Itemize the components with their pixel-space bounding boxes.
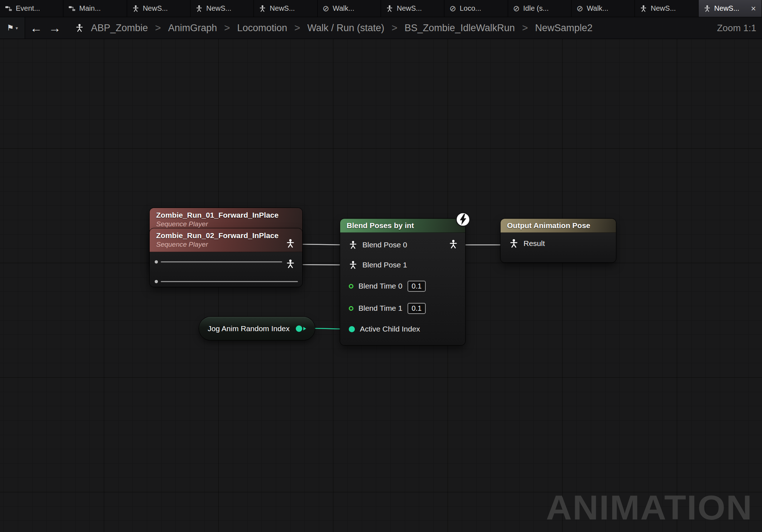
- blendspace-icon: ⊘: [323, 5, 329, 13]
- tab-label: Idle (s...: [523, 4, 549, 13]
- pose-output-pin[interactable]: [286, 259, 295, 269]
- breadcrumb-separator: >: [224, 22, 230, 34]
- slider-track: [161, 261, 282, 262]
- tab-newsave-4[interactable]: NewS...: [381, 0, 444, 17]
- node-title: Output Animation Pose: [507, 221, 609, 230]
- event-graph-icon: [5, 5, 12, 12]
- blendspace-icon: ⊘: [449, 5, 456, 13]
- tab-walk-blendspace-1[interactable]: ⊘ Walk...: [318, 0, 381, 17]
- pose-input-pin[interactable]: [349, 241, 357, 249]
- node-subtitle: Sequence Player: [156, 241, 296, 248]
- tab-walk-blendspace-2[interactable]: ⊘ Walk...: [572, 0, 635, 17]
- pin-label: Blend Time 0: [358, 282, 402, 290]
- slider-track: [161, 281, 298, 282]
- tab-newsave-1[interactable]: NewS...: [127, 0, 190, 17]
- tab-label: Event...: [16, 4, 40, 13]
- anim-person-icon: [132, 5, 139, 12]
- anim-person-icon: [196, 5, 203, 12]
- animation-watermark: ANIMATION: [546, 490, 753, 525]
- tab-newsave-3[interactable]: NewS...: [254, 0, 317, 17]
- breadcrumb-item-walk-run-state[interactable]: Walk / Run (state): [307, 23, 384, 34]
- pose-input-pin[interactable]: [349, 261, 357, 269]
- blend-time-1-value-field[interactable]: 0.1: [407, 303, 426, 314]
- node-title: Blend Poses by int: [347, 221, 459, 230]
- playback-progress-slider[interactable]: [155, 260, 282, 263]
- anim-person-icon: [704, 5, 711, 12]
- breadcrumb-item-abp-zombie[interactable]: ABP_Zombie: [91, 23, 148, 34]
- int-pin-dot: [296, 325, 302, 332]
- breadcrumb-item-locomotion[interactable]: Locomotion: [237, 23, 287, 34]
- result-row: Result: [509, 239, 545, 248]
- slider-handle[interactable]: [155, 280, 158, 283]
- tab-event-graph[interactable]: Event...: [0, 0, 63, 17]
- tab-label: NewS...: [206, 4, 231, 13]
- node-title: Jog Anim Random Index: [208, 324, 290, 333]
- tab-label: Walk...: [333, 4, 354, 13]
- fast-path-lightning-icon: [455, 212, 471, 227]
- jog-anim-random-index-node[interactable]: Jog Anim Random Index: [199, 317, 315, 340]
- float-input-pin[interactable]: [349, 306, 353, 311]
- blend-time-0-row: Blend Time 0 0.1: [349, 280, 426, 292]
- pose-output-pin[interactable]: [449, 240, 458, 249]
- blendspace-icon: ⊘: [577, 5, 583, 13]
- tab-newsave-5[interactable]: NewS...: [635, 0, 698, 17]
- node-header: Blend Poses by int: [340, 219, 465, 233]
- pose-input-pin[interactable]: [509, 239, 519, 248]
- tab-newsample2-active[interactable]: NewS... ×: [699, 0, 762, 17]
- tab-close-icon[interactable]: ×: [750, 4, 757, 13]
- pin-label: Blend Time 1: [358, 304, 402, 313]
- anim-person-icon: [640, 5, 647, 12]
- pose-output-pin[interactable]: [286, 239, 295, 248]
- event-graph-icon: [68, 5, 76, 12]
- slider-handle[interactable]: [155, 260, 158, 263]
- tab-newsave-2[interactable]: NewS...: [190, 0, 254, 17]
- blend-time-0-value-field[interactable]: 0.1: [407, 281, 426, 292]
- zoom-level-label: Zoom 1:1: [717, 23, 756, 34]
- playback-progress-slider[interactable]: [155, 280, 298, 283]
- breadcrumb-item-animgraph[interactable]: AnimGraph: [168, 23, 217, 34]
- pin-label: Active Child Index: [360, 325, 420, 333]
- blend-time-1-row: Blend Time 1 0.1: [349, 302, 426, 314]
- int-input-pin[interactable]: [349, 326, 355, 332]
- node-header: Output Animation Pose: [501, 219, 616, 233]
- tab-label: Main...: [79, 4, 101, 13]
- sequence-player-stack[interactable]: Zombie_Run_01_Forward_InPlace Sequence P…: [150, 208, 302, 287]
- breadcrumb-item-newsample2[interactable]: NewSample2: [535, 23, 593, 34]
- breadcrumb-separator: >: [294, 22, 300, 34]
- pin-label: Result: [524, 239, 545, 248]
- bookmark-icon: ⚑: [7, 23, 14, 33]
- int-output-pin[interactable]: [296, 325, 306, 332]
- blend-pose-0-row: Blend Pose 0: [349, 239, 407, 251]
- node-title: Zombie_Run_01_Forward_InPlace: [156, 211, 296, 219]
- sequence-player-node-front[interactable]: Zombie_Run_02_Forward_InPlace Sequence P…: [150, 228, 302, 287]
- pin-arrow-icon: [303, 327, 306, 330]
- breadcrumb-item-bs-zombie-idlewalkrun[interactable]: BS_Zombie_IdleWalkRun: [405, 23, 515, 34]
- output-animation-pose-node[interactable]: Output Animation Pose Result: [501, 219, 616, 262]
- forward-button[interactable]: →: [49, 22, 61, 34]
- node-subtitle: Sequence Player: [156, 220, 296, 228]
- back-button[interactable]: ←: [30, 22, 42, 34]
- blend-poses-by-int-node[interactable]: Blend Poses by int Blend Pose 0 Blend Po…: [340, 219, 465, 345]
- document-tab-bar: Event... Main... NewS... NewS... NewS...…: [0, 0, 762, 17]
- breadcrumb-separator: >: [391, 22, 397, 34]
- anim-person-icon: [259, 5, 266, 12]
- tab-label: NewS...: [651, 4, 676, 13]
- breadcrumb-separator: >: [522, 22, 528, 34]
- tab-label: Walk...: [587, 4, 608, 13]
- tab-idle-state[interactable]: ⊘ Idle (s...: [508, 0, 572, 17]
- tab-label: NewS...: [143, 4, 168, 13]
- float-input-pin[interactable]: [349, 284, 353, 289]
- tab-label: NewS...: [270, 4, 295, 13]
- breadcrumb-bar: ⚑ ▾ ← → ABP_Zombie > AnimGraph > Locomot…: [0, 17, 762, 39]
- tab-label: Loco...: [460, 4, 481, 13]
- animation-blueprint-editor: Event... Main... NewS... NewS... NewS...…: [0, 0, 762, 532]
- active-child-index-row: Active Child Index: [349, 323, 420, 335]
- tab-label: NewS...: [397, 4, 422, 13]
- bookmark-dropdown[interactable]: ⚑ ▾: [0, 17, 25, 39]
- breadcrumb-separator: >: [155, 22, 161, 34]
- node-title: Zombie_Run_02_Forward_InPlace: [156, 231, 296, 240]
- pin-label: Blend Pose 1: [362, 261, 407, 269]
- graph-canvas[interactable]: Zombie_Run_01_Forward_InPlace Sequence P…: [0, 39, 762, 532]
- tab-locomotion[interactable]: ⊘ Loco...: [444, 0, 508, 17]
- tab-main-graph[interactable]: Main...: [63, 0, 127, 17]
